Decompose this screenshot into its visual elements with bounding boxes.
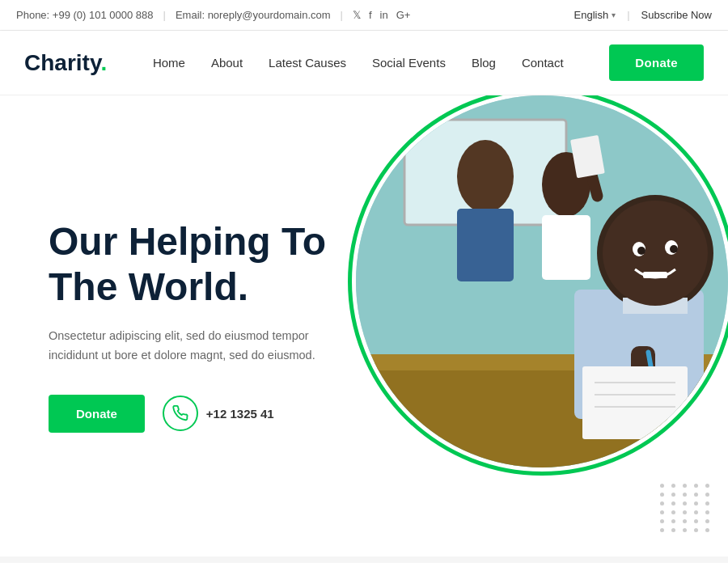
nav-blog[interactable]: Blog — [472, 56, 496, 70]
site-logo[interactable]: Charity. — [24, 50, 107, 76]
topbar: Phone: +99 (0) 101 0000 888 | Email: nor… — [0, 0, 728, 31]
hero-image-wrap — [340, 95, 728, 532]
hero-title: Our Helping To The World. — [49, 219, 348, 308]
header-donate-button[interactable]: Donate — [609, 44, 704, 81]
language-selector[interactable]: English ▾ — [574, 9, 616, 21]
dots-decoration — [660, 484, 712, 532]
phone-action[interactable]: +12 1325 41 — [163, 396, 274, 431]
hero-bottom-strip — [0, 556, 728, 563]
hero-title-line2: The World. — [49, 265, 248, 308]
nav-about[interactable]: About — [211, 56, 243, 70]
nav-latest-causes[interactable]: Latest Causes — [269, 56, 346, 70]
topbar-right: English ▾ | Subscribe Now — [574, 9, 712, 21]
hero-donate-button[interactable]: Donate — [49, 395, 145, 433]
language-dropdown-arrow: ▾ — [612, 11, 616, 19]
nav-contact[interactable]: Contact — [522, 56, 564, 70]
header: Charity. Home About Latest Causes Social… — [0, 31, 728, 95]
hero-content: Our Helping To The World. Onsectetur adi… — [0, 219, 348, 432]
topbar-divider2: | — [341, 9, 343, 21]
twitter-icon[interactable]: 𝕏 — [353, 9, 361, 21]
subscribe-link[interactable]: Subscribe Now — [641, 9, 712, 21]
email-info: Email: noreply@yourdomain.com — [176, 9, 331, 21]
phone-number: +12 1325 41 — [206, 407, 274, 421]
facebook-icon[interactable]: f — [369, 9, 372, 21]
logo-text: Charity — [24, 50, 100, 75]
hero-section: Our Helping To The World. Onsectetur adi… — [0, 95, 728, 556]
logo-dot: . — [100, 50, 107, 75]
language-label: English — [574, 9, 609, 21]
phone-info: Phone: +99 (0) 101 0000 888 — [16, 9, 154, 21]
linkedin-icon[interactable]: in — [380, 9, 388, 21]
topbar-left: Phone: +99 (0) 101 0000 888 | Email: nor… — [16, 9, 574, 21]
nav-social-events[interactable]: Social Events — [372, 56, 446, 70]
hero-title-line1: Our Helping To — [49, 220, 326, 263]
circle-border — [348, 95, 728, 476]
nav-home[interactable]: Home — [153, 56, 185, 70]
topbar-divider1: | — [163, 9, 166, 21]
google-plus-icon[interactable]: G+ — [396, 9, 411, 21]
main-nav: Home About Latest Causes Social Events B… — [107, 56, 609, 70]
social-icons: 𝕏 f in G+ — [353, 9, 410, 21]
phone-icon — [163, 396, 198, 431]
hero-description: Onsectetur adipiscing elit, sed do eiusm… — [49, 327, 348, 366]
topbar-separator3: | — [627, 9, 629, 21]
hero-actions: Donate +12 1325 41 — [49, 395, 348, 433]
